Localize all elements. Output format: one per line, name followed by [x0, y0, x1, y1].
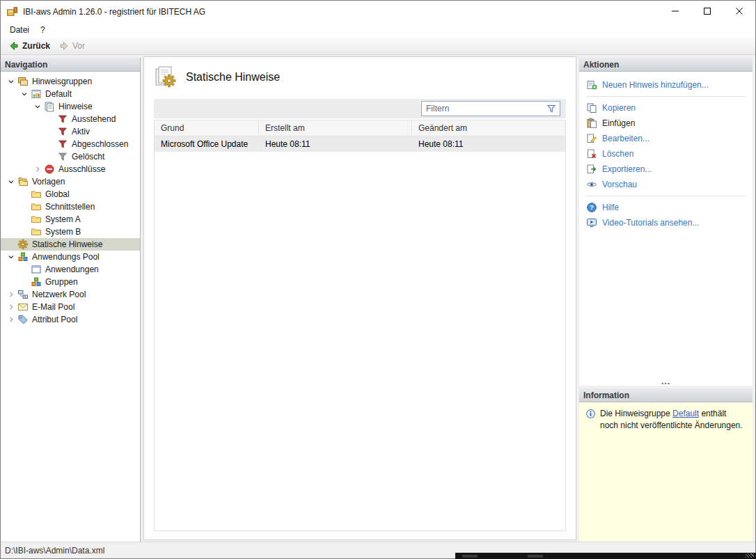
tree-item-ausschlusse[interactable]: Ausschlüsse: [1, 163, 140, 175]
tree-item-ausstehend[interactable]: Ausstehend: [1, 113, 140, 125]
chevron-down-icon[interactable]: [6, 77, 16, 86]
resize-grip-icon: [746, 553, 754, 558]
actions-overflow-button[interactable]: ...: [579, 378, 753, 385]
column-header-geandert-am[interactable]: Geändert am: [412, 120, 565, 136]
tree-item-label: Ausstehend: [72, 114, 116, 124]
chevron-placeholder: [19, 265, 29, 274]
actions-panel: Aktionen Neuen Hinweis hinzufügen...Kopi…: [579, 58, 753, 386]
tree-item-vorlagen[interactable]: Vorlagen: [1, 175, 140, 188]
tree-item-gruppen[interactable]: Gruppen: [1, 276, 140, 288]
column-header-grund[interactable]: Grund: [155, 120, 259, 136]
tree-item-system-a[interactable]: System A: [1, 213, 140, 226]
chevron-placeholder: [19, 214, 29, 224]
menubar: Datei ?: [1, 22, 755, 38]
tree-item-system-b[interactable]: System B: [1, 226, 140, 238]
chevron-down-icon[interactable]: [33, 102, 42, 111]
copy-icon: [586, 102, 597, 113]
action-vorschau[interactable]: Vorschau: [583, 177, 753, 192]
chevron-placeholder: [19, 202, 29, 212]
table-header-row: GrundErstellt amGeändert am: [155, 120, 565, 136]
action-exportieren[interactable]: Exportieren...: [583, 162, 753, 177]
tree-item-e-mail-pool[interactable]: E-Mail Pool: [1, 301, 140, 313]
chevron-right-icon[interactable]: [6, 315, 16, 324]
tree-item-hinweisgruppen[interactable]: Hinweisgruppen: [1, 75, 140, 88]
edit-icon: [586, 133, 597, 144]
static-hints-icon: [154, 65, 178, 89]
tree-item-anwendungen[interactable]: Anwendungen: [1, 263, 140, 276]
tree-item-schnittstellen[interactable]: Schnittstellen: [1, 200, 140, 213]
action-loschen[interactable]: Löschen: [583, 146, 753, 162]
menu-item-datei[interactable]: Datei: [4, 23, 35, 37]
filter-pending-icon: [57, 113, 68, 125]
tree-item-abgeschlossen[interactable]: Abgeschlossen: [1, 138, 140, 150]
tree-item-label: E-Mail Pool: [32, 302, 74, 312]
chevron-down-icon[interactable]: [6, 252, 16, 262]
chevron-down-icon[interactable]: [6, 177, 16, 187]
window-icon: [31, 264, 42, 275]
action-label: Einfügen: [602, 118, 635, 128]
tree-item-hinweise[interactable]: Hinweise: [1, 100, 140, 113]
information-default-link[interactable]: Default: [672, 409, 699, 418]
action-neuen-hinweis-hinzufugen[interactable]: Neuen Hinweis hinzufügen...: [583, 77, 753, 93]
chevron-right-icon[interactable]: [6, 302, 16, 312]
action-kopieren[interactable]: Kopieren: [583, 100, 753, 116]
tree-item-statische-hinweise[interactable]: Statische Hinweise: [1, 238, 140, 251]
chevron-right-icon[interactable]: [33, 164, 42, 174]
actions-header: Aktionen: [579, 58, 753, 72]
tree-item-geloscht[interactable]: Gelöscht: [1, 150, 140, 163]
tree-item-label: Attribut Pool: [32, 315, 77, 324]
templates-icon: [17, 176, 29, 187]
action-label: Video-Tutorials ansehen...: [602, 218, 699, 228]
actions-separator: [586, 196, 746, 196]
close-button[interactable]: [723, 1, 755, 22]
close-icon: [736, 6, 743, 17]
tree-item-label: Vorlagen: [32, 177, 65, 187]
column-header-erstellt-am[interactable]: Erstellt am: [259, 120, 412, 136]
chevron-down-icon[interactable]: [19, 89, 29, 99]
action-hilfe[interactable]: ?Hilfe: [583, 200, 753, 215]
tree-item-anwendungs-pool[interactable]: Anwendungs Pool: [1, 251, 140, 263]
chevron-right-icon[interactable]: [6, 290, 16, 299]
navigation-tree: HinweisgruppenDefaultHinweiseAusstehendA…: [1, 72, 140, 542]
folder-icon: [31, 201, 42, 212]
tree-item-aktiv[interactable]: Aktiv: [1, 125, 140, 138]
chevron-placeholder: [19, 189, 29, 199]
tree-item-global[interactable]: Global: [1, 188, 140, 200]
filter-done-icon: [57, 139, 68, 150]
filter-input[interactable]: [422, 104, 546, 113]
maximize-button[interactable]: [691, 1, 723, 22]
tree-item-netzwerk-pool[interactable]: Netzwerk Pool: [1, 288, 140, 301]
minimize-button[interactable]: [659, 1, 691, 22]
tree-item-label: Hinweisgruppen: [32, 77, 92, 86]
menu-item-help[interactable]: ?: [35, 23, 51, 37]
filter-band: [154, 99, 566, 118]
attribute-icon: [17, 314, 29, 325]
action-label: Neuen Hinweis hinzufügen...: [602, 80, 709, 90]
information-box: Die Hinweisgruppe Default enthält noch n…: [579, 402, 753, 542]
information-text-before: Die Hinweisgruppe: [600, 409, 672, 418]
tree-item-default[interactable]: Default: [1, 88, 140, 100]
hint-group-icon: [31, 88, 42, 100]
action-label: Bearbeiten...: [602, 134, 649, 143]
tree-item-label: Gelöscht: [72, 152, 104, 162]
tree-item-attribut-pool[interactable]: Attribut Pool: [1, 313, 140, 326]
action-bearbeiten[interactable]: Bearbeiten...: [583, 131, 753, 146]
window-controls: [659, 1, 755, 22]
actions-list: Neuen Hinweis hinzufügen...KopierenEinfü…: [579, 72, 753, 230]
right-panel: Aktionen Neuen Hinweis hinzufügen...Kopi…: [579, 58, 753, 542]
folder-icon: [31, 214, 42, 225]
video-icon: [586, 217, 597, 228]
navigation-header: Navigation: [1, 58, 140, 72]
tree-item-label: Default: [45, 89, 72, 99]
delete-icon: [586, 148, 597, 159]
toolbar: Zurück Vor: [1, 38, 755, 55]
action-einfugen: Einfügen: [583, 116, 753, 131]
table-row[interactable]: Microsoft Office UpdateHeute 08:11Heute …: [155, 136, 565, 152]
back-button[interactable]: Zurück: [4, 39, 54, 53]
tree-item-label: Statische Hinweise: [32, 239, 102, 249]
chevron-placeholder: [46, 127, 56, 136]
filter-funnel-icon[interactable]: [546, 103, 557, 114]
table-cell: Heute 08:11: [259, 136, 412, 152]
action-video-tutorials-ansehen[interactable]: Video-Tutorials ansehen...: [583, 215, 753, 230]
table-body: Microsoft Office UpdateHeute 08:11Heute …: [155, 136, 565, 152]
